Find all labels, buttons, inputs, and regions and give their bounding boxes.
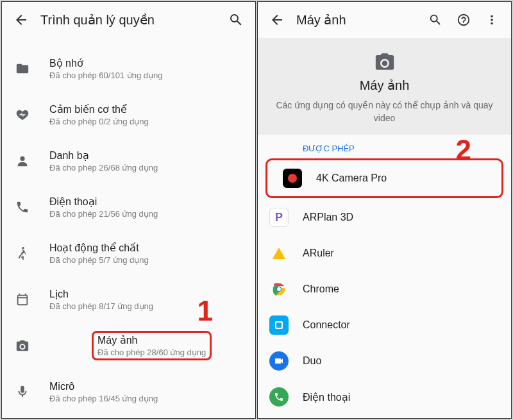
app-icon xyxy=(269,315,289,335)
app-icon xyxy=(269,351,289,371)
permission-title: Máy ảnh xyxy=(97,334,206,346)
permission-text: Điện thoạiĐã cho phép 21/56 ứng dụng xyxy=(49,196,245,219)
camera-icon xyxy=(374,51,396,72)
activity-icon xyxy=(13,244,31,262)
app-icon: P xyxy=(269,208,289,227)
appbar: Trình quản lý quyền xyxy=(2,2,255,38)
permission-title: Lịch xyxy=(49,288,245,300)
permission-subtitle: Đã cho phép 5/7 ứng dụng xyxy=(49,255,245,265)
calendar-icon xyxy=(13,290,31,308)
back-icon[interactable] xyxy=(263,6,291,34)
appbar: Máy ảnh xyxy=(258,2,511,38)
camera-icon xyxy=(13,337,31,355)
section-allowed: ĐƯỢC PHÉP xyxy=(258,135,511,157)
more-icon[interactable] xyxy=(478,6,506,34)
phone-icon xyxy=(13,198,31,216)
help-icon[interactable] xyxy=(450,6,478,34)
app-name: ARPlan 3D xyxy=(303,212,353,223)
app-name: Điện thoại xyxy=(303,391,350,403)
highlight-camera: Máy ảnhĐã cho phép 28/60 ứng dụng xyxy=(92,331,212,360)
permission-item-person[interactable]: Danh bạĐã cho phép 26/68 ứng dụng xyxy=(2,138,255,184)
permission-title: Danh bạ xyxy=(49,149,245,162)
permission-item-phone[interactable]: Điện thoạiĐã cho phép 21/56 ứng dụng xyxy=(2,184,255,230)
permission-title: Cảm biến cơ thể xyxy=(49,103,245,115)
permission-description: Các ứng dụng có quyền này có thể chụp ản… xyxy=(273,99,496,124)
person-icon xyxy=(13,152,31,170)
permission-subtitle: Đã cho phép 8/17 ứng dụng xyxy=(49,301,245,311)
screen-permissions-manager: Trình quản lý quyền Bộ nhớĐã cho phép 60… xyxy=(1,1,256,419)
app-item[interactable]: Duo xyxy=(258,343,511,379)
app-icon xyxy=(269,244,289,263)
app-item[interactable]: PARPlan 3D xyxy=(258,199,511,235)
permission-item-camera[interactable]: Máy ảnhĐã cho phép 28/60 ứng dụng xyxy=(2,323,255,369)
app-item[interactable]: Chrome xyxy=(258,271,511,307)
permission-subtitle: Đã cho phép 21/56 ứng dụng xyxy=(49,209,245,219)
svg-point-2 xyxy=(277,287,281,291)
page-title: Trình quản lý quyền xyxy=(40,12,222,28)
permission-title: Máy ảnh xyxy=(360,78,410,93)
app-name: Chrome xyxy=(303,283,339,295)
permission-text: Cảm biến cơ thểĐã cho phép 0/2 ứng dụng xyxy=(49,103,245,126)
permission-text: Hoạt động thể chấtĐã cho phép 5/7 ứng dụ… xyxy=(49,242,245,265)
permission-subtitle: Đã cho phép 26/68 ứng dụng xyxy=(49,163,245,172)
permission-subtitle: Đã cho phép 60/101 ứng dụng xyxy=(49,71,245,80)
folder-icon xyxy=(13,60,31,78)
app-item[interactable]: ARuler xyxy=(258,235,511,271)
permission-title: Hoạt động thể chất xyxy=(49,242,245,254)
permission-text: Danh bạĐã cho phép 26/68 ứng dụng xyxy=(49,149,245,172)
permission-text: Bộ nhớĐã cho phép 60/101 ứng dụng xyxy=(49,57,245,80)
app-item[interactable]: Điện thoại xyxy=(258,379,511,415)
screen-camera-permission: Máy ảnh Máy ảnh Các ứng dụng có quyền nà… xyxy=(257,1,512,419)
permission-subtitle: Đã cho phép 16/45 ứng dụng xyxy=(49,394,245,403)
permission-item-calendar[interactable]: LịchĐã cho phép 8/17 ứng dụng xyxy=(2,276,255,323)
permission-title: Micrô xyxy=(49,381,245,392)
app-icon xyxy=(269,280,289,299)
app-list: 4K Camera ProPARPlan 3DARulerChromeConne… xyxy=(258,157,511,415)
permission-item-activity[interactable]: Hoạt động thể chấtĐã cho phép 5/7 ứng dụ… xyxy=(2,230,255,276)
app-name: 4K Camera Pro xyxy=(316,172,387,184)
search-icon[interactable] xyxy=(222,6,250,34)
highlight-4k-camera-pro: 4K Camera Pro xyxy=(265,158,503,198)
page-title: Máy ảnh xyxy=(296,12,421,28)
app-icon xyxy=(283,169,302,188)
search-icon[interactable] xyxy=(421,6,450,34)
app-item[interactable]: 4K Camera Pro xyxy=(271,160,498,196)
app-icon xyxy=(269,387,289,407)
app-item[interactable]: Connector xyxy=(258,307,511,343)
permission-title: Bộ nhớ xyxy=(49,57,245,69)
app-name: Duo xyxy=(303,355,321,367)
mic-icon xyxy=(13,383,31,401)
back-icon[interactable] xyxy=(7,6,35,34)
app-name: ARuler xyxy=(303,248,334,259)
permission-item-mic[interactable]: MicrôĐã cho phép 16/45 ứng dụng xyxy=(2,369,255,415)
app-name: Connector xyxy=(303,319,350,331)
permission-title: Điện thoại xyxy=(49,196,245,208)
permission-header: Máy ảnh Các ứng dụng có quyền này có thể… xyxy=(258,38,511,135)
permission-text: MicrôĐã cho phép 16/45 ứng dụng xyxy=(49,381,245,403)
permission-subtitle: Đã cho phép 0/2 ứng dụng xyxy=(49,117,245,126)
heart-icon xyxy=(13,106,31,124)
permission-item-folder[interactable]: Bộ nhớĐã cho phép 60/101 ứng dụng xyxy=(2,46,255,92)
permission-subtitle: Đã cho phép 28/60 ứng dụng xyxy=(97,348,206,357)
permission-item-heart[interactable]: Cảm biến cơ thểĐã cho phép 0/2 ứng dụng xyxy=(2,92,255,138)
permission-text: LịchĐã cho phép 8/17 ứng dụng xyxy=(49,288,245,311)
permission-list: Bộ nhớĐã cho phép 60/101 ứng dụngCảm biế… xyxy=(2,38,255,418)
